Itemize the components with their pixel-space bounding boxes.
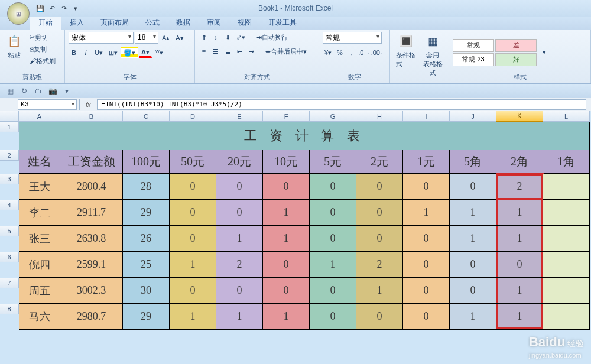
cell-r5-cF[interactable]: 1 [263,226,310,252]
tab-数据[interactable]: 数据 [168,16,199,30]
cell-r8-cD[interactable]: 1 [170,304,216,330]
cell-r8-cJ[interactable]: 1 [450,304,496,330]
column-header-L[interactable]: L [543,111,590,122]
header-cell-2[interactable]: 100元 [123,150,170,174]
indent-increase-button[interactable]: ⇥ [246,46,256,57]
cell-r7-cL[interactable] [543,278,590,304]
align-middle-button[interactable]: ↕ [210,32,221,43]
cell-r4-cG[interactable]: 0 [310,200,356,226]
spreadsheet-grid[interactable]: ABCDEFGHIJKL1工 资 计 算 表2姓名工资金额100元50元20元1… [0,111,591,330]
cell-r3-cA[interactable]: 王大 [19,174,60,200]
cell-r6-cB[interactable]: 2599.1 [60,252,123,278]
increase-decimal-button[interactable]: .0→ [358,47,371,58]
row-header-8[interactable]: 8 [0,304,19,314]
cell-r6-cG[interactable]: 1 [310,252,356,278]
cell-r6-cC[interactable]: 25 [123,252,170,278]
cell-r4-cK[interactable]: 1 [496,200,543,226]
cell-r8-cB[interactable]: 2980.7 [60,304,123,330]
cell-r3-cK[interactable]: 2 [496,174,543,200]
row-header-7[interactable]: 7 [0,278,19,288]
cell-r8-cA[interactable]: 马六 [19,304,60,330]
qa-dropdown[interactable]: ▾ [61,86,72,96]
paste-button[interactable]: 📋 粘贴 [4,32,25,73]
phonetic-button[interactable]: ᵂ▾ [153,47,165,58]
cell-r4-cB[interactable]: 2911.7 [60,200,123,226]
style-normal[interactable]: 常规 [453,39,494,52]
decrease-decimal-button[interactable]: .00← [372,47,386,58]
cell-r6-cD[interactable]: 1 [170,252,216,278]
styles-more-button[interactable]: ▾ [539,40,550,66]
percent-button[interactable]: % [335,47,345,58]
qa-icon-3[interactable]: 🗀 [33,86,44,96]
header-cell-4[interactable]: 20元 [216,150,263,174]
cell-r4-cJ[interactable]: 1 [450,200,496,226]
cell-r7-cG[interactable]: 0 [310,278,356,304]
header-cell-10[interactable]: 2角 [496,150,543,174]
row-header-3[interactable]: 3 [0,174,19,184]
row-header-5[interactable]: 5 [0,226,19,236]
cell-r5-cG[interactable]: 0 [310,226,356,252]
cell-r7-cC[interactable]: 30 [123,278,170,304]
cell-r4-cD[interactable]: 0 [170,200,216,226]
row-header-1[interactable]: 1 [0,122,19,132]
cell-r8-cG[interactable]: 0 [310,304,356,330]
cell-r7-cI[interactable]: 0 [403,278,450,304]
cell-r6-cF[interactable]: 0 [263,252,310,278]
cell-r8-cK[interactable]: 1 [496,304,543,330]
cell-r3-cE[interactable]: 0 [216,174,263,200]
format-painter-button[interactable]: 🖌 格式刷 [27,56,58,66]
comma-button[interactable]: , [346,47,357,58]
header-cell-9[interactable]: 5角 [450,150,496,174]
cell-r8-cH[interactable]: 0 [356,304,403,330]
tab-开始[interactable]: 开始 [30,15,61,30]
column-header-A[interactable]: A [19,111,60,122]
cell-r3-cF[interactable]: 0 [263,174,310,200]
align-bottom-button[interactable]: ⬇ [222,32,233,43]
copy-button[interactable]: ⎘ 复制 [27,44,49,54]
cell-r6-cJ[interactable]: 0 [450,252,496,278]
cell-r7-cA[interactable]: 周五 [19,278,60,304]
font-family-select[interactable]: 宋体 [69,32,134,44]
qat-dropdown-icon[interactable]: ▾ [71,4,80,13]
cell-r4-cC[interactable]: 29 [123,200,170,226]
cell-r4-cL[interactable] [543,200,590,226]
qa-icon-1[interactable]: ▦ [5,86,15,96]
merge-center-button[interactable]: ⬌ 合并后居中▾ [263,46,309,57]
header-cell-8[interactable]: 1元 [403,150,450,174]
cell-r5-cA[interactable]: 张三 [19,226,60,252]
grow-font-button[interactable]: A▴ [160,32,172,43]
cell-r4-cA[interactable]: 李二 [19,200,60,226]
qat-save-icon[interactable]: 💾 [35,4,45,13]
cell-r7-cE[interactable]: 0 [216,278,263,304]
qat-redo-icon[interactable]: ↷ [59,4,69,13]
office-button[interactable]: ⊞ [7,2,30,25]
style-bad[interactable]: 差 [495,39,537,52]
fill-color-button[interactable]: 🪣▾ [121,47,138,58]
cell-r4-cH[interactable]: 0 [356,200,403,226]
cell-r7-cJ[interactable]: 0 [450,278,496,304]
cell-r7-cB[interactable]: 3002.3 [60,278,123,304]
select-all-corner[interactable] [0,111,19,122]
conditional-format-button[interactable]: 🔳条件格式 [394,32,418,82]
header-cell-7[interactable]: 2元 [356,150,403,174]
orientation-button[interactable]: ⤢▾ [234,32,248,43]
cell-r5-cJ[interactable]: 1 [450,226,496,252]
bold-button[interactable]: B [69,47,79,58]
cell-r7-cH[interactable]: 1 [356,278,403,304]
cell-r6-cA[interactable]: 倪四 [19,252,60,278]
tab-开发工具[interactable]: 开发工具 [260,16,305,30]
cell-r6-cI[interactable]: 0 [403,252,450,278]
font-color-button[interactable]: A▾ [139,47,152,58]
cell-r4-cI[interactable]: 1 [403,200,450,226]
cell-r8-cI[interactable]: 0 [403,304,450,330]
column-header-K[interactable]: K [496,111,543,122]
number-format-select[interactable]: 常规 [323,32,382,44]
formula-input[interactable]: =INT((INT(B3*10)-INT(B3)*10-J3*5)/2) [98,99,586,110]
cell-r7-cD[interactable]: 0 [170,278,216,304]
header-cell-1[interactable]: 工资金额 [60,150,123,174]
cell-r3-cI[interactable]: 0 [403,174,450,200]
cell-r5-cC[interactable]: 26 [123,226,170,252]
cell-r8-cC[interactable]: 29 [123,304,170,330]
cell-r8-cE[interactable]: 1 [216,304,263,330]
column-header-C[interactable]: C [123,111,170,122]
